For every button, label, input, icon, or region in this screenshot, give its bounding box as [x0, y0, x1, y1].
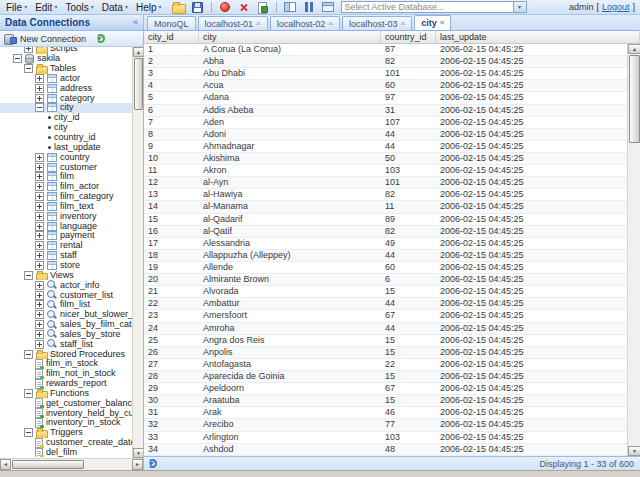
column-header-city[interactable]: city: [199, 31, 381, 43]
table-row[interactable]: 4Acua602006-02-15 04:45:25: [144, 80, 627, 92]
expand-icon[interactable]: [35, 320, 44, 329]
expand-icon[interactable]: [35, 281, 44, 290]
tree-item-inventory-in-stock[interactable]: inventory_in_stock: [0, 418, 132, 428]
table-row[interactable]: 34Ashdod482006-02-15 04:45:25: [144, 444, 627, 456]
tab-localhost-03[interactable]: localhost-03×: [342, 16, 412, 30]
save-button[interactable]: [190, 1, 206, 14]
tree-item-triggers[interactable]: Triggers: [0, 428, 132, 438]
tree-item-sakila[interactable]: sakila: [0, 54, 132, 64]
table-row[interactable]: 22Ambattur442006-02-15 04:45:25: [144, 298, 627, 310]
tree-item-film-category[interactable]: film_category: [0, 192, 132, 202]
tab-localhost-02[interactable]: localhost-02×: [270, 16, 340, 30]
tree-item-store[interactable]: store: [0, 261, 132, 271]
tree-item-category[interactable]: category: [0, 93, 132, 103]
collapse-icon[interactable]: [24, 389, 33, 398]
tree-item-customer-list[interactable]: customer_list: [0, 290, 132, 300]
expand-icon[interactable]: [35, 182, 44, 191]
table-row[interactable]: 1A Corua (La Corua)872006-02-15 04:45:25: [144, 44, 627, 56]
expand-icon[interactable]: [35, 163, 44, 172]
collapse-icon[interactable]: [24, 271, 33, 280]
expand-icon[interactable]: [35, 153, 44, 162]
tree-item-actor-info[interactable]: actor_info: [0, 280, 132, 290]
scroll-down-button[interactable]: ▼: [133, 448, 143, 458]
column-header-city-id[interactable]: city_id: [144, 31, 199, 43]
tree-item-staff[interactable]: staff: [0, 251, 132, 261]
table-row[interactable]: 27Antofagasta222006-02-15 04:45:25: [144, 359, 627, 371]
refresh-connections-button[interactable]: [96, 34, 105, 43]
tree-item-actor[interactable]: actor: [0, 74, 132, 84]
tree-item-last-update[interactable]: last_update: [0, 142, 132, 152]
expand-icon[interactable]: [35, 222, 44, 231]
menu-file[interactable]: File▾: [2, 2, 31, 13]
tree-item-sales-by-film-category[interactable]: sales_by_film_category: [0, 320, 132, 330]
table-row[interactable]: 14al-Manama112006-02-15 04:45:25: [144, 201, 627, 213]
expand-icon[interactable]: [35, 310, 44, 319]
expand-icon[interactable]: [35, 84, 44, 93]
collapse-icon[interactable]: [24, 350, 33, 359]
menu-data[interactable]: Data▾: [98, 2, 132, 13]
expand-icon[interactable]: [35, 172, 44, 181]
expand-icon[interactable]: [35, 291, 44, 300]
tree-item-rewards-report[interactable]: rewards_report: [0, 379, 132, 389]
collapse-icon[interactable]: [24, 428, 33, 437]
menu-edit[interactable]: Edit▾: [31, 2, 61, 13]
tree-item-rental[interactable]: rental: [0, 241, 132, 251]
tree-item-customer-create-date[interactable]: customer_create_date: [0, 438, 132, 448]
expand-icon[interactable]: [35, 202, 44, 211]
expand-icon[interactable]: [35, 74, 44, 83]
new-connection-button[interactable]: New Connection: [4, 33, 86, 44]
tree-item-customer[interactable]: customer: [0, 162, 132, 172]
tree-item-get-customer-balance[interactable]: get_customer_balance: [0, 398, 132, 408]
tree-item-stored-procedures[interactable]: Stored Procedures: [0, 349, 132, 359]
tree-item-functions[interactable]: Functions: [0, 389, 132, 399]
expand-icon[interactable]: [35, 94, 44, 103]
column-header-last-update[interactable]: last_update: [436, 31, 640, 43]
table-row[interactable]: 23Amersfoort672006-02-15 04:45:25: [144, 310, 627, 322]
open-folder-button[interactable]: [171, 1, 187, 14]
scroll-up-button[interactable]: ▲: [133, 47, 143, 57]
scroll-left-button[interactable]: ◄: [0, 459, 11, 470]
table-row[interactable]: 13al-Hawiya822006-02-15 04:45:25: [144, 189, 627, 201]
expand-icon[interactable]: [35, 212, 44, 221]
menu-help[interactable]: Help▾: [132, 2, 166, 13]
table-row[interactable]: 28Aparecida de Goinia152006-02-15 04:45:…: [144, 371, 627, 383]
table-row[interactable]: 15al-Qadarif892006-02-15 04:45:25: [144, 214, 627, 226]
column-header-country-id[interactable]: country_id: [381, 31, 436, 43]
table-row[interactable]: 11Akron1032006-02-15 04:45:25: [144, 165, 627, 177]
table-row[interactable]: 8Adoni442006-02-15 04:45:25: [144, 129, 627, 141]
scroll-down-button[interactable]: ▼: [628, 446, 640, 456]
tree-item-del-film[interactable]: del_film: [0, 448, 132, 458]
export-sql-button[interactable]: [255, 1, 271, 14]
tree-item-film[interactable]: film: [0, 172, 132, 182]
tree-item-film-actor[interactable]: film_actor: [0, 182, 132, 192]
refresh-grid-button[interactable]: [148, 459, 157, 468]
tree-item-language[interactable]: language: [0, 221, 132, 231]
tree-item-country[interactable]: country: [0, 152, 132, 162]
close-icon[interactable]: ×: [400, 20, 405, 28]
layout-left-button[interactable]: [282, 1, 298, 14]
delete-button[interactable]: [236, 1, 252, 14]
logout-link[interactable]: Logout: [602, 2, 630, 12]
tree-horizontal-scrollbar[interactable]: ◄ ►: [0, 458, 143, 470]
expand-icon[interactable]: [35, 330, 44, 339]
table-row[interactable]: 19Allende602006-02-15 04:45:25: [144, 262, 627, 274]
tree-item-staff-list[interactable]: staff_list: [0, 339, 132, 349]
expand-icon[interactable]: [35, 241, 44, 250]
table-row[interactable]: 5Adana972006-02-15 04:45:25: [144, 92, 627, 104]
tree-item-film-list[interactable]: film_list: [0, 300, 132, 310]
table-row[interactable]: 30Araatuba152006-02-15 04:45:25: [144, 395, 627, 407]
expand-icon[interactable]: [35, 340, 44, 349]
tree-item-sales-by-store[interactable]: sales_by_store: [0, 329, 132, 339]
scrollbar-thumb[interactable]: [629, 55, 640, 143]
expand-icon[interactable]: [35, 251, 44, 260]
scrollbar-thumb[interactable]: [134, 58, 143, 110]
layout-full-button[interactable]: [320, 1, 336, 14]
tab-monoql[interactable]: MonoQL: [147, 16, 196, 30]
tree-item-film-text[interactable]: film_text: [0, 202, 132, 212]
table-row[interactable]: 17Alessandria492006-02-15 04:45:25: [144, 238, 627, 250]
collapse-panel-button[interactable]: «: [131, 18, 140, 27]
tree-item-views[interactable]: Views: [0, 270, 132, 280]
table-row[interactable]: 26Anpolis152006-02-15 04:45:25: [144, 347, 627, 359]
tab-localhost-01[interactable]: localhost-01×: [198, 16, 268, 30]
close-icon[interactable]: ×: [328, 20, 333, 28]
